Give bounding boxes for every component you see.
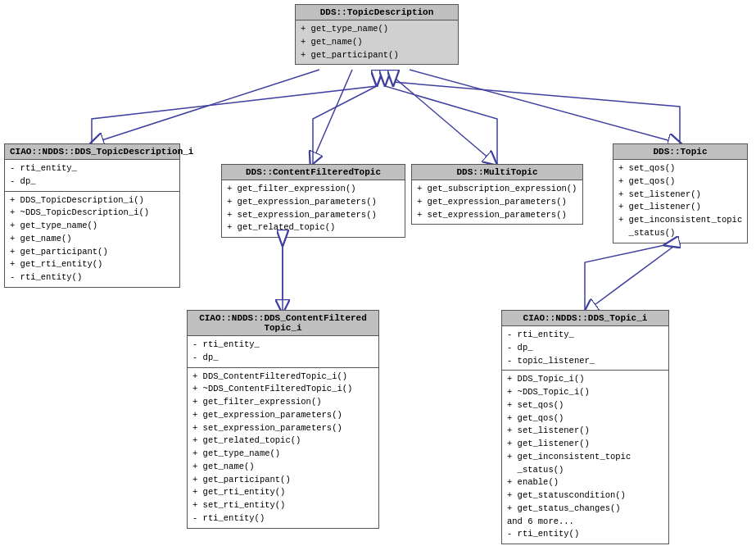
- svg-line-4: [385, 70, 496, 164]
- title-ciao-cft-i: CIAO::NDDS::DDS_ContentFilteredTopic_i: [188, 311, 378, 336]
- svg-line-7: [586, 242, 680, 312]
- box-multi-topic: DDS::MultiTopic + get_subscription_expre…: [411, 164, 583, 225]
- box-ciao-cft-i: CIAO::NDDS::DDS_ContentFilteredTopic_i -…: [187, 310, 379, 529]
- section-cft-methods: + get_filter_expression() + get_expressi…: [222, 180, 405, 237]
- section-ciao-ti-fields: - rti_entity_ - dp_ - topic_listener_: [502, 326, 668, 371]
- svg-line-5: [410, 70, 680, 143]
- section-topic-description-methods: + get_type_name() + get_name() + get_par…: [296, 20, 458, 64]
- box-ciao-topic-description-i: CIAO::NDDS::DDS_TopicDescription_i - rti…: [4, 143, 180, 288]
- title-ciao-td-i: CIAO::NDDS::DDS_TopicDescription_i: [5, 144, 179, 160]
- box-ciao-topic-i: CIAO::NDDS::DDS_Topic_i - rti_entity_ - …: [501, 310, 669, 544]
- box-content-filtered-topic: DDS::ContentFilteredTopic + get_filter_e…: [221, 164, 405, 238]
- section-ciao-td-fields: - rti_entity_ - dp_: [5, 160, 179, 192]
- item-td-3: + get_participant(): [301, 49, 453, 62]
- box-topic-description: DDS::TopicDescription + get_type_name() …: [295, 4, 459, 65]
- section-ciao-cft-fields: - rti_entity_ - dp_: [188, 336, 378, 368]
- svg-line-3: [311, 70, 352, 164]
- section-ciao-td-methods: + DDS_TopicDescription_i() + ~DDS_TopicD…: [5, 192, 179, 287]
- title-topic-description: DDS::TopicDescription: [296, 5, 458, 20]
- section-dds-topic-methods: + set_qos() + get_qos() + set_listener()…: [613, 160, 747, 243]
- section-ciao-ti-methods: + DDS_Topic_i() + ~DDS_Topic_i() + set_q…: [502, 371, 668, 544]
- svg-line-2: [92, 70, 319, 143]
- section-mt-methods: + get_subscription_expression() + get_ex…: [412, 180, 582, 224]
- diagram-container: DDS::TopicDescription + get_type_name() …: [0, 0, 756, 555]
- item-td-1: + get_type_name(): [301, 23, 453, 36]
- title-multi-topic: DDS::MultiTopic: [412, 165, 582, 180]
- item-td-2: + get_name(): [301, 36, 453, 49]
- title-dds-topic: DDS::Topic: [613, 144, 747, 160]
- section-ciao-cft-methods: + DDS_ContentFilteredTopic_i() + ~DDS_Co…: [188, 368, 378, 528]
- title-ciao-topic-i: CIAO::NDDS::DDS_Topic_i: [502, 311, 668, 326]
- box-dds-topic: DDS::Topic + set_qos() + get_qos() + set…: [613, 143, 748, 243]
- title-content-filtered: DDS::ContentFilteredTopic: [222, 165, 405, 180]
